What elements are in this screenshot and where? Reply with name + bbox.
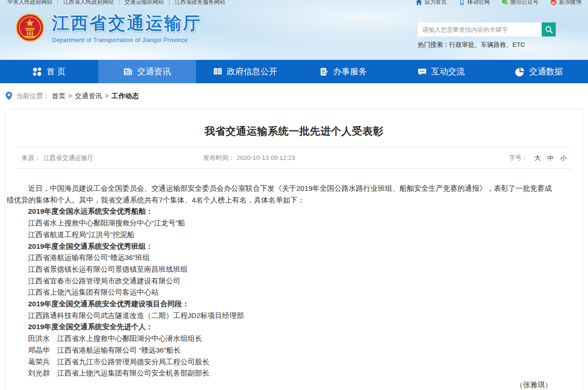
breadcrumb-link[interactable]: 首页 <box>52 92 65 100</box>
breadcrumb-label: 当前位置： <box>16 92 50 101</box>
nav-item-label: 交通资讯 <box>137 66 171 77</box>
wechat-icon <box>502 0 508 5</box>
font-size-option[interactable]: 小 <box>560 154 566 161</box>
font-size-label: 字号： <box>509 154 528 161</box>
font-size-control: 字号：大中小 <box>385 154 566 162</box>
news-icon <box>123 67 133 77</box>
publish-value: 2020-10-13 09:12:23 <box>237 154 295 161</box>
hot-search-label: 热门搜索： <box>418 41 450 49</box>
font-size-option[interactable]: 中 <box>547 154 554 161</box>
source-label: 来源： <box>22 154 41 161</box>
body-paragraph: 葛荣兵 江西省九江市公路管理局德安分局工程公司股长 <box>7 356 552 368</box>
nav-item-traffic-news[interactable]: 交通资讯 <box>98 60 196 83</box>
top-site-links: 中央人民政府网站|江西省人民政府网站|交通运输部网站|江西省政务服务网站 <box>3 0 230 6</box>
quick-link-label: 微信公众号 <box>510 0 538 6</box>
nav-item-home[interactable]: 首 页 <box>0 60 98 83</box>
section-heading: 2019年度全国水运系统安全优秀船舶： <box>7 206 552 217</box>
section-heading: 2019年度全国交通系统安全先进个人： <box>7 321 552 333</box>
search-button[interactable] <box>542 22 556 36</box>
breadcrumb-current: 工作动态 <box>111 92 138 100</box>
nav-item-label: 首 页 <box>46 66 65 77</box>
nav-item-label: 交通数据 <box>529 66 563 77</box>
mobile-icon <box>459 0 465 5</box>
article-meta: 来源：江西省交通运输厅 发布时间： 2020-10-13 09:12:23 字号… <box>17 147 571 169</box>
publish-label: 发布时间： <box>203 154 235 161</box>
weibo-icon <box>551 0 557 5</box>
page: 中央人民政府网站|江西省人民政府网站|交通运输部网站|江西省政务服务网站 设为首… <box>0 0 588 390</box>
article-source: 来源：江西省交通运输厅 <box>22 154 203 162</box>
body-paragraph: 江西省航道工程局“江洪号”挖泥船 <box>7 229 552 241</box>
article-title: 我省交通运输系统一批先进个人受表彰 <box>5 124 583 138</box>
breadcrumb-link[interactable]: 交通资讯 <box>75 92 102 100</box>
body-paragraph: 江西省上饶汽运集团有限公司客运中心站 <box>7 287 552 298</box>
breadcrumb-separator: > <box>68 92 72 100</box>
section-heading: 2019年度全国交通系统安全优秀建设项目合同段： <box>7 298 552 310</box>
body-paragraph: 江西路通科技有限公司武吉隧道改造（二期）工程JD2标项目经理部 <box>7 310 552 322</box>
article-body: 近日，中国海员建设工会全国委员会、交通运输部安全委员会办公室联合下发《关于201… <box>7 183 552 390</box>
quick-link-sina-weibo[interactable]: 新浪微博 <box>551 0 581 6</box>
top-links-bar: 中央人民政府网站|江西省人民政府网站|交通运输部网站|江西省政务服务网站 设为首… <box>0 0 588 7</box>
pie-icon <box>515 67 525 77</box>
site-title-en: Department of Transportation of Jiangxi … <box>52 37 202 43</box>
breadcrumb-links: 首页>交通资讯>工作动态 <box>52 92 139 101</box>
quick-link-wechat-account[interactable]: 微信公众号 <box>502 0 538 6</box>
quick-link-label: 新浪微博 <box>559 0 581 6</box>
section-heading: 2019年度全国交通系统安全优秀班组： <box>7 241 552 253</box>
breadcrumb-separator: > <box>105 92 109 100</box>
body-paragraph: 近日，中国海员建设工会全国委员会、交通运输部安全委员会办公室联合下发《关于201… <box>7 183 552 206</box>
search-icon <box>545 26 553 34</box>
chat-icon <box>417 67 427 77</box>
top-site-link[interactable]: 交通运输部网站 <box>120 0 168 6</box>
body-paragraph: 刘光群 江西省上饶汽运集团有限公司安全机务部副部长 <box>7 368 552 379</box>
quick-link-label: 设为首页 <box>424 0 447 6</box>
book-icon <box>213 67 223 77</box>
clipboard-icon <box>319 67 329 77</box>
grid-icon <box>32 67 42 77</box>
nav-item-label: 互动交流 <box>431 66 465 77</box>
hot-search-terms[interactable]: 行政审批、车辆路救、ETC <box>450 41 525 49</box>
body-paragraph: 邓晶华 江西省港航运输有限公司 “赣远36”船长 <box>7 345 552 356</box>
body-paragraph: 江西省港航运输有限公司“赣远36”班组 <box>7 252 552 264</box>
nav-item-label: 办事服务 <box>333 66 367 77</box>
body-paragraph: 江西省水上搜救中心鄱阳湖搜救分中心“江龙号”船 <box>7 217 552 229</box>
quick-link-label: 移动官网 <box>467 0 490 6</box>
nav-item-services[interactable]: 办事服务 <box>294 60 392 83</box>
site-title: 江西省交通运输厅 <box>52 12 202 35</box>
top-site-link[interactable]: 江西省人民政府网站 <box>58 0 118 6</box>
search-input[interactable] <box>418 22 542 36</box>
quick-link-mobile-site[interactable]: 移动官网 <box>459 0 490 6</box>
nav-item-label: 政府信息公开 <box>227 66 277 77</box>
nav-item-traffic-data[interactable]: 交通数据 <box>490 60 588 83</box>
article-signature: （张雅琪） <box>7 379 552 390</box>
national-emblem-logo <box>15 12 44 43</box>
body-paragraph: 江西省景德镇长运有限公司景德镇至南昌班线班组 <box>7 264 552 275</box>
nav-item-gov-info[interactable]: 政府信息公开 <box>196 60 294 83</box>
quick-links: 设为首页移动官网微信公众号新浪微博 <box>416 0 581 6</box>
source-value: 江西省交通运输厅 <box>44 154 94 161</box>
quick-link-set-homepage[interactable]: 设为首页 <box>416 0 447 6</box>
top-site-link[interactable]: 江西省政务服务网站 <box>170 0 230 6</box>
body-paragraph: 田洪水 江西省水上搜救中心鄱阳湖分中心潜水组组长 <box>7 333 552 345</box>
search-zone: 热门搜索： 行政审批、车辆路救、ETC <box>418 22 556 49</box>
home-icon <box>416 0 422 5</box>
article-publish-time: 发布时间： 2020-10-13 09:12:23 <box>203 154 385 162</box>
location-pin-icon <box>6 92 12 100</box>
font-size-option[interactable]: 大 <box>534 154 541 161</box>
main-nav: 首 页交通资讯政府信息公开办事服务互动交流交通数据 <box>0 60 588 83</box>
breadcrumb: 当前位置： 首页>交通资讯>工作动态 <box>0 83 588 108</box>
article-container: 我省交通运输系统一批先进个人受表彰 来源：江西省交通运输厅 发布时间： 2020… <box>5 108 583 390</box>
site-header: 中央人民政府网站|江西省人民政府网站|交通运输部网站|江西省政务服务网站 设为首… <box>0 0 588 60</box>
body-paragraph: 江西省宜春市公路管理局市政交通建设有限公司 <box>7 275 552 287</box>
nav-item-interaction[interactable]: 互动交流 <box>392 60 490 83</box>
top-site-link[interactable]: 中央人民政府网站 <box>3 0 57 6</box>
